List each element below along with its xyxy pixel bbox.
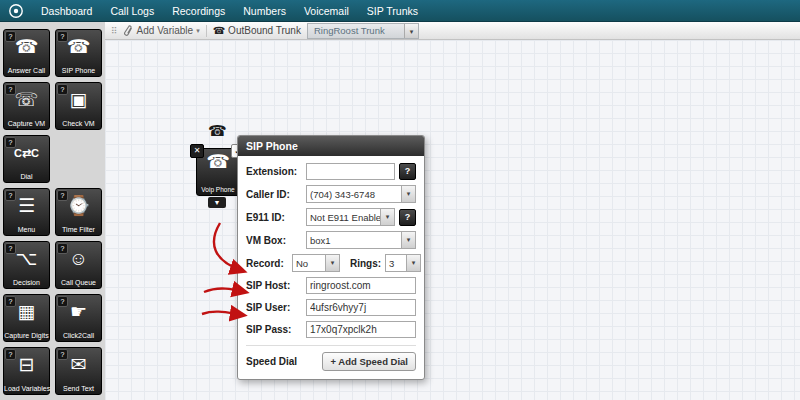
e911-label: E911 ID: (246, 212, 302, 223)
record-rings-row: Record: No ▾ Rings: 3 ▾ (246, 254, 416, 272)
chevron-down-icon[interactable]: ▾ (325, 255, 339, 271)
node-label: Voip Phone (197, 186, 239, 193)
package-icon: ▣ (56, 84, 101, 116)
rings-value: 3 (386, 258, 406, 269)
flow-canvas[interactable]: ☎ ✕ ✓ ☎ Voip Phone ▼ SIP Phone Extension… (105, 40, 800, 400)
e911-row: E911 ID: Not E911 Enabled ▾ ? (246, 208, 416, 226)
sip-pass-row: SIP Pass: (246, 321, 416, 338)
record-label: Record: (246, 258, 288, 269)
top-nav: Dashboard Call Logs Recordings Numbers V… (0, 0, 800, 22)
palette-item-menu[interactable]: ? ☰ Menu (3, 188, 50, 236)
panel-divider (246, 345, 416, 346)
sip-host-input[interactable] (306, 277, 416, 294)
add-variable-button[interactable]: Add Variable ▾ (124, 25, 200, 37)
dial-icon: C⇄C (4, 137, 49, 169)
palette-item-label: Check VM (56, 120, 101, 127)
sip-pass-input[interactable] (306, 321, 416, 338)
palette-item-label: Answer Call (4, 67, 49, 74)
chevron-down-icon[interactable]: ▾ (401, 232, 415, 248)
palette-item-sip-phone[interactable]: ? ☎ SIP Phone (55, 29, 102, 77)
nav-item-call-logs[interactable]: Call Logs (101, 0, 163, 22)
add-variable-label: Add Variable (137, 25, 194, 36)
palette-item-label: SIP Phone (56, 67, 101, 74)
caller-id-row: Caller ID: (704) 343-6748 ▾ (246, 185, 416, 203)
sip-user-label: SIP User: (246, 302, 302, 313)
palette-item-decision[interactable]: ? ⌥ Decision (3, 241, 50, 289)
palette-item-label: Send Text (56, 385, 101, 392)
sip-user-row: SIP User: (246, 299, 416, 316)
node-delete-button[interactable]: ✕ (190, 144, 204, 158)
palette-item-answer-call[interactable]: ? ☎ Answer Call (3, 29, 50, 77)
outbound-trunk-label: ☎ OutBound Trunk (213, 25, 301, 36)
nav-item-sip-trunks[interactable]: SIP Trunks (358, 0, 427, 22)
palette-item-dial[interactable]: ? C⇄C Dial (3, 135, 50, 183)
palette-item-label: Capture VM (4, 120, 49, 127)
caller-id-select[interactable]: (704) 343-6748 ▾ (306, 185, 416, 203)
vm-box-label: VM Box: (246, 235, 302, 246)
nav-item-numbers[interactable]: Numbers (234, 0, 295, 22)
panel-title: SIP Phone (238, 136, 424, 156)
chevron-down-icon[interactable]: ▾ (401, 186, 415, 202)
e911-help-button[interactable]: ? (399, 209, 416, 226)
extension-input[interactable] (306, 163, 395, 180)
speed-dial-label: Speed Dial (246, 356, 297, 367)
vm-box-value: box1 (307, 235, 401, 246)
extension-label: Extension: (246, 166, 302, 177)
decision-branch-icon: ⌥ (4, 243, 49, 275)
caller-input-connector-icon[interactable]: ☎ (208, 122, 227, 140)
database-icon: ⊟ (4, 349, 49, 381)
e911-value: Not E911 Enabled (307, 212, 380, 223)
rings-select[interactable]: 3 ▾ (385, 254, 421, 272)
brand-logo-icon[interactable] (8, 3, 24, 19)
panel-body: Extension: ? Caller ID: (704) 343-6748 ▾… (238, 156, 424, 379)
palette-item-call-queue[interactable]: ? ☺ Call Queue (55, 241, 102, 289)
palette-item-load-variables[interactable]: ? ⊟ Load Variables (3, 347, 50, 395)
palette-item-capture-digits[interactable]: ? ▦ Capture Digits (3, 294, 50, 342)
record-select[interactable]: No ▾ (292, 254, 340, 272)
voicemail-icon: ☏ (4, 84, 49, 116)
sip-phone-icon: ☎ (56, 31, 101, 63)
clock-calendar-icon: ⌚ (56, 190, 101, 222)
palette-item-label: Load Variables (4, 385, 49, 392)
extension-help-button[interactable]: ? (399, 163, 416, 180)
people-queue-icon: ☺ (56, 243, 101, 275)
palette-item-label: Call Queue (56, 279, 101, 286)
voip-phone-node[interactable]: ✕ ✓ ☎ Voip Phone (196, 148, 240, 196)
node-output-connector[interactable]: ▼ (208, 197, 226, 208)
pointer-icon: ☛ (56, 296, 101, 328)
palette-item-check-vm[interactable]: ? ▣ Check VM (55, 82, 102, 130)
e911-select[interactable]: Not E911 Enabled ▾ (306, 208, 395, 226)
palette-item-label: Click2Call (56, 332, 101, 339)
palette-item-capture-vm[interactable]: ? ☏ Capture VM (3, 82, 50, 130)
outbound-trunk-text: OutBound Trunk (228, 25, 301, 36)
chevron-down-icon[interactable]: ▾ (406, 255, 420, 271)
menu-icon: ☰ (4, 190, 49, 222)
vm-box-row: VM Box: box1 ▾ (246, 231, 416, 249)
add-speed-dial-button[interactable]: + Add Speed Dial (322, 352, 416, 371)
nav-item-recordings[interactable]: Recordings (163, 0, 234, 22)
palette-item-label: Menu (4, 226, 49, 233)
paperclip-icon (124, 25, 134, 37)
extension-row: Extension: ? (246, 163, 416, 180)
chevron-down-icon[interactable]: ▾ (404, 24, 418, 38)
keypad-icon: ▦ (4, 296, 49, 328)
message-icon: ✉ (56, 349, 101, 381)
palette-item-click2call[interactable]: ? ☛ Click2Call (55, 294, 102, 342)
record-value: No (293, 258, 325, 269)
palette-item-time-filter[interactable]: ? ⌚ Time Filter (55, 188, 102, 236)
nav-item-dashboard[interactable]: Dashboard (32, 0, 101, 22)
chevron-down-icon[interactable]: ▾ (380, 209, 394, 225)
annotation-arrows (105, 40, 800, 400)
palette-item-send-text[interactable]: ? ✉ Send Text (55, 347, 102, 395)
palette-item-label: Dial (4, 173, 49, 180)
sip-host-row: SIP Host: (246, 277, 416, 294)
trunk-select-value: RingRoost Trunk (308, 25, 404, 36)
vm-box-select[interactable]: box1 ▾ (306, 231, 416, 249)
sip-host-label: SIP Host: (246, 280, 302, 291)
phone-icon: ☎ (4, 31, 49, 63)
outbound-trunk-select[interactable]: RingRoost Trunk ▾ (307, 23, 419, 39)
speed-dial-row: Speed Dial + Add Speed Dial (246, 352, 416, 371)
toolbar-divider (206, 25, 207, 37)
sip-user-input[interactable] (306, 299, 416, 316)
nav-item-voicemail[interactable]: Voicemail (295, 0, 358, 22)
